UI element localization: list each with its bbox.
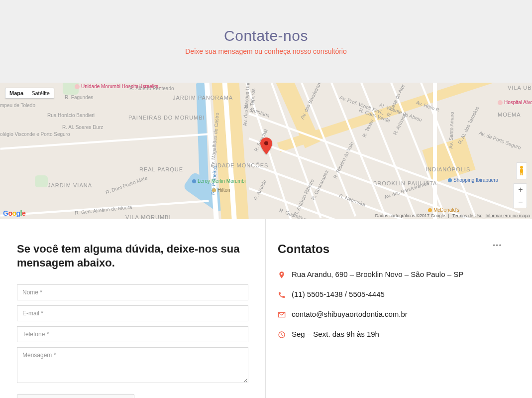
district-indianopolis: INDIANÓPOLIS	[426, 166, 470, 172]
contact-address: Rua Arandu, 690 – Brooklin Novo – São Pa…	[278, 270, 515, 279]
zoom-control: + −	[513, 183, 527, 208]
contacts-heading: Contatos	[278, 242, 515, 256]
svg-rect-2	[520, 169, 523, 173]
map-attrib-terms[interactable]: Termos de Uso	[452, 213, 483, 218]
contact-address-text: Rua Arandu, 690 – Brooklin Novo – São Pa…	[292, 270, 463, 278]
page-subtitle: Deixe sua mensagem ou conheça nosso cons…	[0, 47, 532, 55]
form-heading: Se você tem alguma dúvida, deixe-nos sua…	[17, 242, 248, 269]
streetview-pegman[interactable]	[516, 162, 527, 179]
contact-form-column: Se você tem alguma dúvida, deixe-nos sua…	[0, 219, 266, 398]
district-vila-uberabinha: VILA UBERABINHA	[508, 85, 532, 91]
poi-leroy[interactable]: Leroy Merlin Morumbi	[192, 178, 246, 184]
content-columns: Se você tem alguma dúvida, deixe-nos sua…	[0, 219, 532, 398]
district-jardim-panorama: JARDIM PANORAMA	[173, 95, 233, 101]
phone-icon	[278, 291, 286, 299]
contact-hours: Seg – Sext. das 9h às 19h	[278, 330, 515, 339]
pin-icon	[278, 271, 286, 279]
contact-phone: (11) 5505-1438 / 5505-4445	[278, 290, 515, 299]
zoom-in-button[interactable]: +	[514, 184, 528, 196]
page-title: Contate-nos	[0, 27, 532, 44]
clock-icon	[278, 331, 286, 339]
map-type-selector[interactable]: Mapa Satélite	[5, 88, 54, 99]
recaptcha-widget: Não sou um robô reCAPTCHA Privacidade - …	[17, 394, 134, 398]
name-field[interactable]	[17, 284, 248, 300]
district-moema: MOEMA	[498, 112, 521, 118]
map-attrib-report[interactable]: Informar erro no mapa	[485, 213, 530, 218]
svg-rect-4	[522, 172, 523, 175]
map[interactable]: JARDIM PANORAMA PAINEIRAS DO MORUMBI REA…	[0, 83, 532, 219]
hero-header: Contate-nos Deixe sua mensagem ou conheç…	[0, 0, 532, 83]
poi-shopping[interactable]: Shopping Ibirapuera	[448, 177, 498, 183]
contact-email: contato@shibuyaortodontia.com.br	[278, 310, 515, 319]
envelope-icon	[278, 311, 286, 319]
district-paineiras: PAINEIRAS DO MORUMBI	[128, 115, 205, 121]
map-attribution: Dados cartográficos ©2017 Google | Termo…	[375, 213, 530, 218]
dots-icon: •••	[493, 242, 502, 249]
map-type-map[interactable]: Mapa	[5, 88, 27, 98]
svg-point-1	[520, 166, 523, 169]
contacts-column: ••• Contatos Rua Arandu, 690 – Brooklin …	[266, 219, 532, 398]
svg-point-0	[264, 141, 268, 145]
contact-list: Rua Arandu, 690 – Brooklin Novo – São Pa…	[278, 270, 515, 339]
district-vila-morumbi: VILA MORUMBI	[125, 214, 171, 219]
district-jardim-viana: JARDIM VIANA	[48, 182, 92, 188]
phone-field[interactable]	[17, 326, 248, 342]
google-logo: Google	[3, 209, 25, 217]
poi-hospital-morumbi[interactable]: Unidade Morumbi Hospital Israelita...	[75, 84, 163, 89]
map-controls: + −	[513, 162, 527, 208]
poi-hilton[interactable]: Hilton	[212, 187, 230, 193]
map-type-satellite[interactable]: Satélite	[27, 88, 54, 98]
contact-hours-text: Seg – Sext. das 9h às 19h	[292, 330, 379, 338]
poi-mcdonalds[interactable]: McDonald's	[428, 207, 459, 213]
email-field[interactable]	[17, 305, 248, 321]
zoom-out-button[interactable]: −	[514, 196, 528, 208]
svg-rect-3	[521, 172, 522, 175]
message-field[interactable]	[17, 347, 248, 383]
poi-hospital-alvorada[interactable]: Hospital Alvorada...	[498, 100, 532, 105]
district-cidade-moncoes: CIDADE MONÇÕES	[211, 162, 268, 168]
contact-phone-text: (11) 5505-1438 / 5505-4445	[292, 290, 385, 298]
district-real-parque: REAL PARQUE	[139, 166, 183, 172]
map-pin-icon[interactable]	[260, 137, 272, 154]
contact-email-text: contato@shibuyaortodontia.com.br	[292, 310, 408, 318]
map-attrib-data: Dados cartográficos ©2017 Google	[375, 213, 445, 218]
